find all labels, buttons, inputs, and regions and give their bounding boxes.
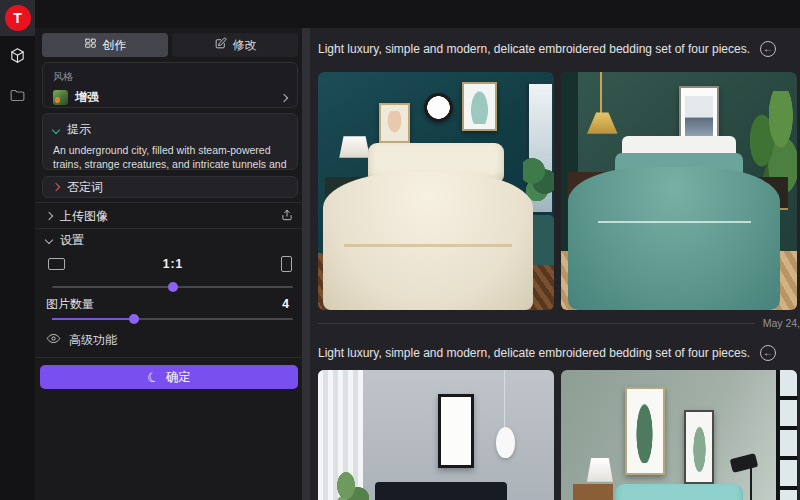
style-section: 风格 增强 [42, 62, 298, 108]
prompt-header[interactable]: 提示 [53, 121, 287, 138]
date-label: May 24, [763, 317, 800, 329]
wall-art [379, 103, 410, 143]
lamp-cord [504, 370, 505, 430]
aspect-ratio-row: 1:1 [42, 254, 298, 274]
chevron-down-icon [45, 236, 53, 244]
landscape-ratio-icon[interactable] [48, 258, 65, 270]
panel-resize-handle[interactable] [302, 28, 310, 500]
cube-icon [9, 47, 26, 68]
chevron-right-icon [45, 212, 53, 220]
pillows [615, 484, 742, 500]
image-quantity-row: 图片数量 4 [42, 296, 293, 312]
upload-image-label: 上传图像 [60, 208, 108, 225]
image-quantity-slider[interactable] [52, 314, 293, 324]
pendant-lamp [496, 427, 515, 458]
separator [35, 202, 302, 203]
results-feed: Light luxury, simple and modern, delicat… [310, 28, 800, 500]
image-row [318, 370, 797, 500]
separator [35, 357, 302, 358]
table-lamp [339, 136, 370, 157]
reuse-prompt-icon[interactable]: ← [760, 41, 776, 57]
tab-edit[interactable]: 修改 [172, 33, 298, 57]
generated-image-1[interactable] [318, 72, 554, 310]
bedding-set [323, 172, 533, 310]
sidebar-item-files[interactable] [0, 86, 35, 108]
app-sidebar: T [0, 0, 35, 500]
mode-tabs: 创作 修改 [42, 33, 298, 57]
settings-label: 设置 [60, 232, 84, 249]
bedding-set [568, 167, 780, 310]
window [776, 370, 797, 500]
style-thumbnail [53, 90, 68, 105]
divider-line [318, 323, 755, 324]
floor-lamp-pole [750, 465, 752, 500]
logo-block[interactable]: T [0, 0, 35, 36]
plant [330, 470, 370, 500]
upload-icon[interactable] [280, 208, 294, 225]
generated-image-2[interactable] [561, 72, 797, 310]
nightstand [573, 484, 613, 500]
generation-caption: Light luxury, simple and modern, delicat… [318, 42, 750, 56]
moon-icon: ☾ [145, 368, 161, 386]
prompt-label: 提示 [67, 121, 91, 138]
tab-create-label: 创作 [103, 37, 127, 54]
generation-panel: 创作 修改 风格 增强 提示 An underground city, fill… [35, 28, 302, 500]
app-logo[interactable]: T [5, 5, 31, 31]
generation-caption-row: Light luxury, simple and modern, delicat… [318, 344, 800, 361]
wall-art [684, 410, 715, 484]
chevron-down-icon [52, 125, 60, 133]
sidebar-item-models[interactable] [0, 46, 35, 68]
aspect-ratio-value: 1:1 [65, 257, 281, 271]
chevron-right-icon [280, 93, 288, 101]
style-selector[interactable]: 增强 [53, 89, 287, 106]
advanced-features-label: 高级功能 [69, 332, 117, 349]
style-value: 增强 [75, 89, 99, 106]
eye-icon [46, 331, 61, 349]
generated-image-3[interactable] [318, 370, 554, 500]
plant [523, 158, 554, 201]
slider-fill [52, 318, 134, 320]
generation-caption: Light luxury, simple and modern, delicat… [318, 346, 750, 360]
tab-create[interactable]: 创作 [42, 33, 168, 57]
generated-image-4[interactable] [561, 370, 797, 500]
image-quantity-value: 4 [282, 297, 289, 311]
reuse-prompt-icon[interactable]: ← [760, 345, 776, 361]
grid-icon [84, 37, 97, 53]
top-bar [35, 0, 800, 28]
portrait-ratio-icon[interactable] [281, 256, 292, 272]
image-quantity-label: 图片数量 [46, 296, 94, 313]
wall-art [625, 387, 665, 475]
confirm-button-label: 确定 [166, 369, 191, 386]
negative-words-section[interactable]: 否定词 [42, 176, 298, 198]
chevron-right-icon [52, 183, 60, 191]
slider-knob[interactable] [168, 282, 178, 292]
lamp-cord [600, 72, 602, 115]
edit-icon [214, 37, 227, 53]
prompt-section: 提示 An underground city, filled with stea… [42, 113, 298, 170]
table-lamp [587, 458, 613, 482]
style-label: 风格 [53, 70, 287, 84]
folder-icon [9, 87, 26, 108]
wall-art [462, 82, 497, 132]
aspect-ratio-slider[interactable] [52, 282, 293, 292]
separator [35, 228, 302, 229]
slider-knob[interactable] [129, 314, 139, 324]
advanced-features-row[interactable]: 高级功能 [42, 332, 121, 348]
upload-image-row[interactable]: 上传图像 [42, 204, 298, 228]
confirm-button[interactable]: ☾ 确定 [40, 365, 298, 389]
image-row [318, 72, 797, 310]
negative-words-label: 否定词 [67, 179, 103, 196]
tab-edit-label: 修改 [233, 37, 257, 54]
date-divider: May 24, [318, 316, 800, 330]
headboard [375, 482, 507, 500]
generation-caption-row: Light luxury, simple and modern, delicat… [318, 40, 800, 57]
settings-header[interactable]: 设置 [42, 232, 88, 248]
wall-art [438, 394, 473, 468]
